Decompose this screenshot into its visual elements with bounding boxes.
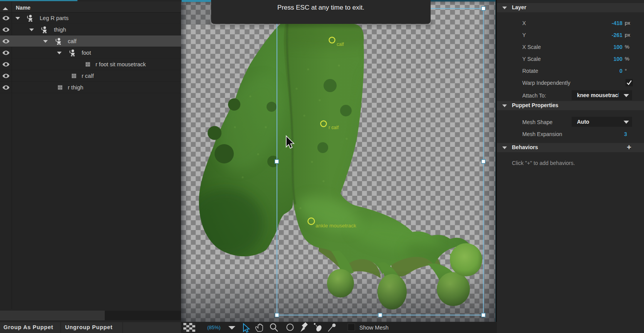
svg-text:(85%): (85%) <box>207 325 221 330</box>
svg-text:Press ESC at any time to exit.: Press ESC at any time to exit. <box>277 4 364 11</box>
svg-text:ankle mousetrack: ankle mousetrack <box>315 223 356 229</box>
svg-text:calf: calf <box>337 42 344 47</box>
svg-text:Show Mesh: Show Mesh <box>359 325 389 331</box>
svg-text:r calf: r calf <box>329 125 339 130</box>
